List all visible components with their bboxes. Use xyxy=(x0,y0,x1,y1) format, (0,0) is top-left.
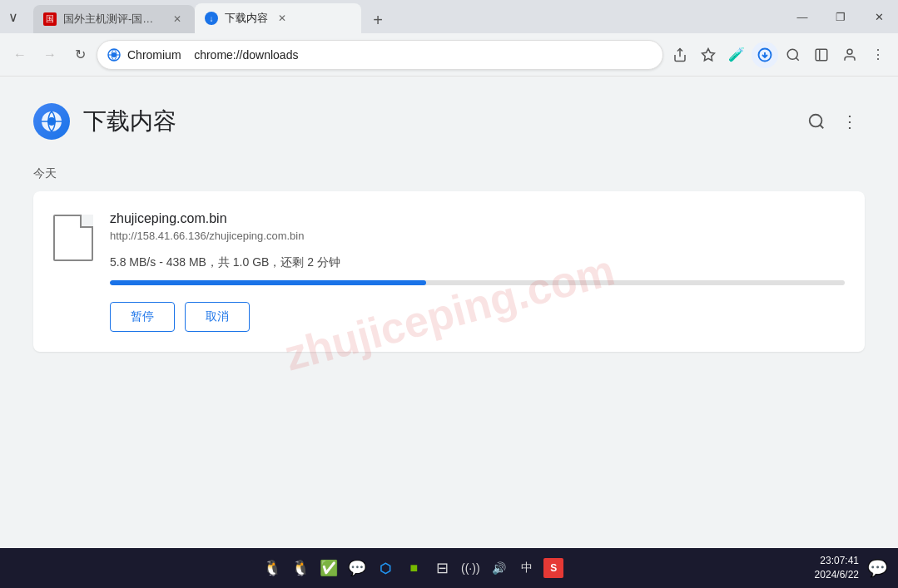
tab-active-title: 下载内容 xyxy=(225,11,268,26)
svg-line-16 xyxy=(820,125,823,128)
reload-button[interactable]: ↻ xyxy=(67,42,93,68)
taskbar-icon-check[interactable]: ✅ xyxy=(317,556,340,580)
taskbar-icon-ime[interactable]: 中 xyxy=(515,556,538,580)
title-bar: ∨ 国 国外主机测评-国外VPS、国… ✕ ↓ 下载内容 ✕ + — ❐ ✕ xyxy=(0,0,898,33)
taskbar: 🐧 🐧 ✅ 💬 ⬡ ■ ⊟ ((·)) 🔊 中 S 23:07:41 2024/… xyxy=(0,548,898,588)
svg-rect-9 xyxy=(816,49,827,61)
taskbar-icon-volume[interactable]: 🔊 xyxy=(487,556,510,580)
sidebar-icon[interactable] xyxy=(808,42,835,68)
tab-inactive-title: 国外主机测评-国外VPS、国… xyxy=(63,12,163,27)
more-options-icon[interactable]: ⋮ xyxy=(865,42,891,68)
date-label: 今天 xyxy=(33,166,865,181)
page-header-left: 下载内容 xyxy=(33,103,176,140)
restore-button[interactable]: ❐ xyxy=(821,3,860,30)
page-header-actions: ⋮ xyxy=(801,106,865,136)
chevron-down-icon: ∨ xyxy=(8,9,18,25)
new-tab-button[interactable]: + xyxy=(365,7,391,33)
minimize-button[interactable]: — xyxy=(783,3,821,30)
taskbar-icon-wechat[interactable]: 💬 xyxy=(345,556,369,580)
tab-favicon-inactive: 国 xyxy=(43,12,57,26)
taskbar-right: 23:07:41 2024/6/22 💬 xyxy=(815,554,888,582)
tab-favicon-download: ↓ xyxy=(205,12,218,25)
share-icon[interactable] xyxy=(667,42,693,68)
download-filename: zhujiceping.com.bin xyxy=(110,211,845,226)
taskbar-icon-nvidia[interactable]: ■ xyxy=(402,556,425,580)
profile-icon[interactable] xyxy=(836,42,863,68)
address-bar: ← → ↻ Chromium chrome://downloads xyxy=(0,33,898,77)
page-logo xyxy=(33,103,70,140)
taskbar-datetime: 23:07:41 2024/6/22 xyxy=(815,554,859,582)
bookmark-icon[interactable] xyxy=(695,42,722,68)
taskbar-icon-penguin2[interactable]: 🐧 xyxy=(289,556,312,580)
taskbar-time: 23:07:41 xyxy=(815,554,859,568)
download-progress-icon[interactable] xyxy=(752,42,778,68)
svg-point-11 xyxy=(847,49,852,54)
omnibox-browser-name: Chromium chrome://downloads xyxy=(127,48,652,62)
window-controls: — ❐ ✕ xyxy=(783,3,898,33)
svg-marker-4 xyxy=(702,48,715,60)
svg-line-8 xyxy=(796,57,798,60)
page-search-button[interactable] xyxy=(801,106,831,136)
close-button[interactable]: ✕ xyxy=(860,3,898,30)
taskbar-date: 2024/6/22 xyxy=(815,568,859,582)
download-card: zhujiceping.com.bin http://158.41.66.136… xyxy=(33,191,865,352)
omnibox[interactable]: Chromium chrome://downloads xyxy=(97,40,663,70)
tab-inactive[interactable]: 国 国外主机测评-国外VPS、国… ✕ xyxy=(33,5,195,33)
tab-close-inactive[interactable]: ✕ xyxy=(170,12,185,27)
svg-point-7 xyxy=(787,49,797,59)
pause-button[interactable]: 暂停 xyxy=(110,302,175,332)
download-status: 5.8 MB/s - 438 MB，共 1.0 GB，还剩 2 分钟 xyxy=(110,255,845,270)
back-button[interactable]: ← xyxy=(7,42,33,68)
taskbar-icon-penguin1[interactable]: 🐧 xyxy=(260,556,284,580)
browser-name-label: Chromium xyxy=(127,48,181,62)
progress-bar-background xyxy=(110,280,845,285)
notification-button[interactable]: 💬 xyxy=(867,558,888,578)
progress-bar-fill xyxy=(110,280,426,285)
main-content: zhujiceping.com 下载内容 ⋮ xyxy=(0,77,898,548)
page-more-options[interactable]: ⋮ xyxy=(835,106,865,136)
taskbar-icon-wifi[interactable]: ((·)) xyxy=(459,556,482,580)
svg-point-15 xyxy=(810,115,822,127)
download-actions: 暂停 取消 xyxy=(110,302,845,332)
url-text: chrome://downloads xyxy=(194,48,298,62)
search-icon[interactable] xyxy=(780,42,806,68)
taskbar-icon-app[interactable]: S xyxy=(543,558,563,578)
tab-list-chevron[interactable]: ∨ xyxy=(0,3,27,30)
taskbar-icon-display[interactable]: ⊟ xyxy=(430,556,454,580)
download-info: zhujiceping.com.bin http://158.41.66.136… xyxy=(110,211,845,332)
page-header: 下载内容 ⋮ xyxy=(33,103,865,140)
omnibox-favicon xyxy=(107,48,121,62)
taskbar-system-icons: 🐧 🐧 ✅ 💬 ⬡ ■ ⊟ ((·)) 🔊 中 S xyxy=(10,556,815,580)
toolbar-icons: 🧪 ⋮ xyxy=(667,42,891,68)
forward-button[interactable]: → xyxy=(37,42,63,68)
cancel-button[interactable]: 取消 xyxy=(185,302,250,332)
tab-active[interactable]: ↓ 下载内容 ✕ xyxy=(195,3,361,33)
page-title: 下载内容 xyxy=(83,106,176,137)
download-url: http://158.41.66.136/zhujiceping.com.bin xyxy=(110,230,845,242)
extension-icon[interactable]: 🧪 xyxy=(723,42,750,68)
tab-close-active[interactable]: ✕ xyxy=(275,11,290,26)
file-icon xyxy=(53,215,93,261)
taskbar-icon-bluetooth[interactable]: ⬡ xyxy=(374,556,397,580)
